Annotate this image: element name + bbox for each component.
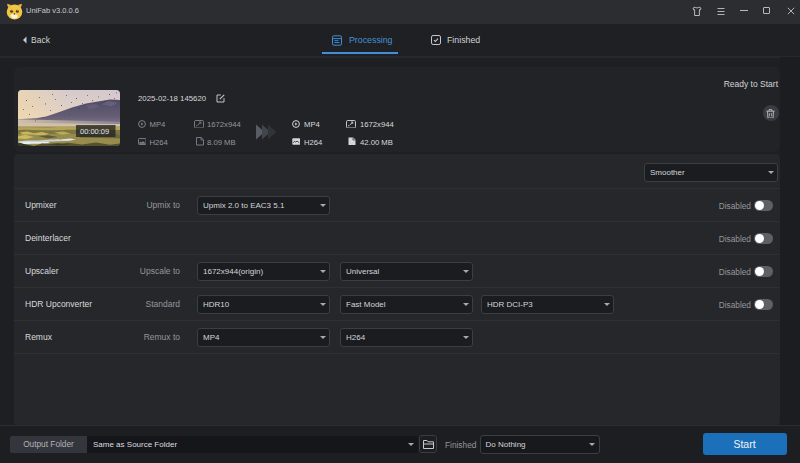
svg-text:00:00:09: 00:00:09 xyxy=(80,127,109,136)
